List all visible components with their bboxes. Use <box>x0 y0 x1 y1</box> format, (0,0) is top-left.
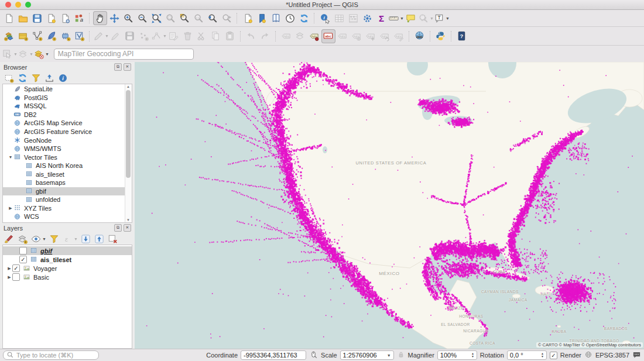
show-properties-button[interactable]: i <box>57 73 68 83</box>
layer-visibility-checkbox[interactable]: ✓ <box>19 256 27 263</box>
temporal-controller-button[interactable] <box>283 11 297 25</box>
layers-undock-icon[interactable]: ⧉ <box>114 224 122 232</box>
processing-toolbox-button[interactable] <box>360 11 374 25</box>
browser-item-geonode[interactable]: GeoNode <box>3 136 125 145</box>
expand-all-button[interactable] <box>80 233 91 244</box>
tree-right-arrow-icon[interactable]: ▶ <box>6 275 12 280</box>
save-project-button[interactable] <box>30 11 44 25</box>
tree-right-arrow-icon[interactable]: ▶ <box>8 206 13 211</box>
refresh-browser-button[interactable] <box>17 73 28 83</box>
style-manager-button[interactable]: a <box>72 11 86 25</box>
browser-item-mssql[interactable]: MSSQL <box>3 102 125 111</box>
magnifier-input[interactable]: 100% ▲▼ <box>437 350 477 360</box>
select-by-value-button[interactable]: ▼ <box>33 47 49 61</box>
zoom-full-button[interactable] <box>149 11 163 25</box>
new-project-button[interactable] <box>2 11 16 25</box>
zoom-window-button[interactable] <box>25 2 31 8</box>
map-canvas[interactable]: UNITED STATES OF AMERICAMÉXICOCUBACAYMAN… <box>135 62 644 349</box>
browser-item-ais-tileset[interactable]: ais_tileset <box>3 170 125 178</box>
geocoding-search-input[interactable] <box>54 49 194 60</box>
layer-item-basic[interactable]: ▶Basic <box>3 273 132 281</box>
browser-item-arcgis-feature-service[interactable]: ArcGIS Feature Service <box>3 128 125 136</box>
browser-item-gbif[interactable]: gbif <box>3 187 125 196</box>
filter-browser-button[interactable] <box>30 73 42 83</box>
python-console-button[interactable] <box>434 29 448 43</box>
layer-labeling-options-button[interactable]: abc <box>321 29 335 43</box>
browser-item-postgis[interactable]: PostGIS <box>3 94 125 102</box>
pan-map-button[interactable] <box>93 11 107 25</box>
metasearch-button[interactable] <box>413 29 427 43</box>
help-button[interactable]: ? <box>455 29 469 43</box>
remove-layer-button[interactable] <box>107 233 118 244</box>
show-bookmarks-button[interactable] <box>269 11 283 25</box>
browser-item-unfolded[interactable]: unfolded <box>3 195 125 204</box>
map-tips-button[interactable] <box>404 11 418 25</box>
collapse-all-button[interactable] <box>44 73 55 83</box>
show-statistics-button[interactable]: Σ <box>374 11 388 25</box>
layer-item-gbif[interactable]: gbif <box>3 246 132 255</box>
measure-button[interactable]: ▼ <box>388 11 404 25</box>
browser-scrollbar[interactable]: ▲ ▼ <box>125 84 132 222</box>
browser-item-db2[interactable]: DB2DB2 <box>3 111 125 119</box>
scrollbar-thumb[interactable] <box>126 90 131 178</box>
layout-manager-button[interactable] <box>255 11 269 25</box>
layer-visibility-checkbox[interactable] <box>19 247 27 255</box>
stepper-icon[interactable]: ▲▼ <box>471 352 474 358</box>
layers-panel-header[interactable]: Layers ⧉ ✕ <box>0 223 135 233</box>
layer-visibility-checkbox[interactable]: ✓ <box>12 264 20 272</box>
manage-map-themes-button[interactable]: ▼ <box>30 233 46 244</box>
coordinate-input[interactable]: -9953364,3511763 <box>241 350 306 360</box>
open-project-button[interactable] <box>16 11 30 25</box>
browser-item-wcs[interactable]: WCS <box>3 212 125 221</box>
collapse-all-button[interactable] <box>94 233 105 244</box>
zoom-in-button[interactable] <box>121 11 135 25</box>
add-group-button[interactable] <box>17 233 28 244</box>
layers-list[interactable]: gbif✓ais_tileset▶✓Voyager▶Basic <box>2 245 132 349</box>
browser-panel-header[interactable]: Browser ⧉ ✕ <box>0 62 135 72</box>
minimize-window-button[interactable] <box>15 2 21 8</box>
zoom-out-button[interactable] <box>135 11 149 25</box>
add-selected-layer-button[interactable] <box>4 73 15 83</box>
open-layer-styling-button[interactable] <box>4 233 15 244</box>
render-checkbox[interactable]: ✓ <box>550 352 557 359</box>
layers-close-icon[interactable]: ✕ <box>124 224 131 232</box>
new-virtual-layer-button[interactable] <box>58 29 72 43</box>
layer-visibility-checkbox[interactable] <box>12 273 20 281</box>
layer-item-voyager[interactable]: ▶✓Voyager <box>3 264 132 273</box>
browser-item-basemaps[interactable]: basemaps <box>3 178 125 187</box>
new-print-layout-button[interactable] <box>241 11 255 25</box>
save-project-as-button[interactable] <box>44 11 58 25</box>
refresh-map-button[interactable] <box>297 11 311 25</box>
scroll-down-icon[interactable]: ▼ <box>125 218 131 222</box>
browser-close-icon[interactable]: ✕ <box>124 63 131 71</box>
tree-right-arrow-icon[interactable]: ▶ <box>6 266 12 271</box>
browser-item-ais-north-korea[interactable]: AIS North Korea <box>3 161 125 170</box>
new-temporary-scratch-layer-button[interactable] <box>72 29 86 43</box>
browser-item-wms-wmts[interactable]: WMS/WMTS <box>3 145 125 153</box>
scale-combobox[interactable]: 1:25760906 ▼ <box>340 350 394 360</box>
browser-undock-icon[interactable]: ⧉ <box>114 63 122 71</box>
browser-item-spatialite[interactable]: SpatiaLite <box>3 85 125 94</box>
data-source-manager-button[interactable] <box>2 29 16 43</box>
new-shapefile-layer-button[interactable] <box>30 29 44 43</box>
close-window-button[interactable] <box>5 2 11 8</box>
messages-icon[interactable] <box>632 350 641 360</box>
lock-icon[interactable] <box>397 350 405 360</box>
tree-down-arrow-icon[interactable]: ▼ <box>8 155 13 159</box>
new-geopackage-layer-button[interactable] <box>16 29 30 43</box>
extents-toggle-icon[interactable] <box>309 350 318 360</box>
new-spatialite-layer-button[interactable] <box>44 29 58 43</box>
browser-tree[interactable]: SpatiaLitePostGISMSSQLDB2DB2ArcGIS Map S… <box>2 84 132 223</box>
title-bar[interactable]: *Untitled Project — QGIS <box>0 0 644 10</box>
zoom-last-button[interactable] <box>205 11 220 25</box>
pin-unpin-labels-button[interactable]: abc <box>307 29 321 43</box>
scroll-up-icon[interactable]: ▲ <box>125 85 131 88</box>
layer-item-ais-tileset[interactable]: ✓ais_tileset <box>3 255 132 264</box>
rotation-input[interactable]: 0,0 ° ▲▼ <box>507 350 547 360</box>
zoom-to-layer-button[interactable] <box>177 11 191 25</box>
browser-item-vector-tiles[interactable]: ▼Vector Tiles <box>3 153 125 161</box>
filter-legend-button[interactable] <box>49 233 60 244</box>
project-properties-button[interactable] <box>58 11 72 25</box>
browser-item-xyz-tiles[interactable]: ▶XYZ Tiles <box>3 204 125 213</box>
identify-features-button[interactable]: i <box>318 11 332 25</box>
